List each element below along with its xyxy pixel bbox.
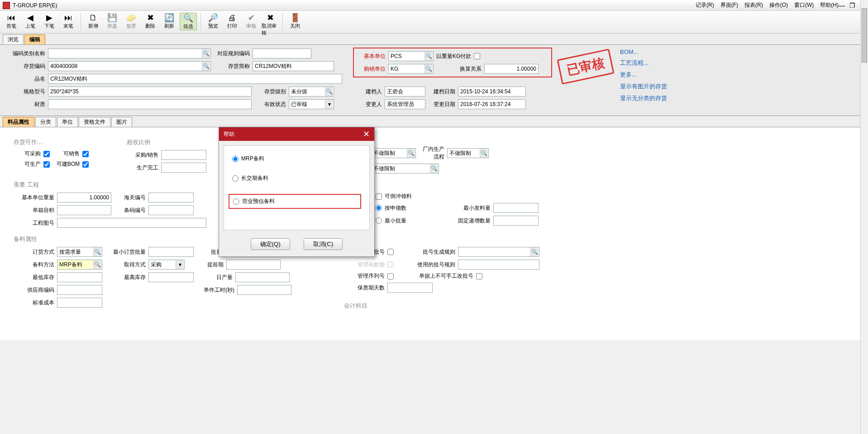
menu-view[interactable]: 界面(F): [720, 1, 738, 9]
dropdown-icon[interactable]: 🔍: [530, 247, 539, 256]
fixedinc-input[interactable]: [493, 216, 539, 226]
nohandchange-check[interactable]: [476, 273, 482, 280]
dropdown-icon[interactable]: ▾: [176, 260, 184, 269]
dropdown-icon[interactable]: 🔍: [424, 52, 433, 61]
menu-help[interactable]: 帮助(H): [820, 1, 839, 9]
minstock-input[interactable]: [57, 272, 102, 282]
barcode-input[interactable]: [148, 205, 194, 215]
unitsec-input[interactable]: [237, 285, 291, 295]
factoryflow-combo[interactable]: 不做限制🔍: [447, 148, 489, 158]
link-process[interactable]: 工艺流程...: [620, 59, 667, 67]
subtab-qualfile[interactable]: 资格文件: [79, 117, 110, 127]
tab-browse[interactable]: 浏览: [3, 34, 24, 44]
spec-input[interactable]: [48, 87, 252, 96]
saleunit-combo[interactable]: KG🔍: [388, 64, 434, 74]
maxstock-input[interactable]: [148, 272, 194, 282]
tab-edit[interactable]: 编辑: [24, 34, 45, 44]
dropdown-icon[interactable]: ▾: [325, 100, 333, 109]
tool-prev[interactable]: ◀上笔: [22, 13, 39, 29]
scrollbar-thumb[interactable]: [862, 8, 867, 63]
category-combo[interactable]: 🔍: [48, 48, 211, 58]
rulecode-input[interactable]: [253, 48, 311, 58]
boxcap-input[interactable]: [57, 205, 111, 215]
tool-preview[interactable]: 🔎预览: [205, 13, 222, 29]
tool-approve[interactable]: ✔审核: [243, 13, 260, 29]
tool-refresh[interactable]: 🔄刷新: [161, 13, 178, 29]
limit1-combo[interactable]: 不做限制🔍: [371, 148, 416, 158]
grade-combo[interactable]: 未分级🔍: [289, 87, 334, 96]
link-no-category[interactable]: 显示无分类的存货: [620, 94, 667, 102]
baseunit-combo[interactable]: PCS🔍: [388, 51, 434, 61]
buysell-input[interactable]: [161, 150, 206, 160]
menu-record[interactable]: 记录(R): [696, 1, 714, 9]
baseweight-input[interactable]: [57, 193, 111, 203]
sellable-check[interactable]: [82, 151, 89, 157]
leadtime-input[interactable]: [226, 260, 281, 270]
opt-longlead-radio[interactable]: [232, 175, 238, 182]
tool-save[interactable]: 💾存盘: [104, 13, 121, 29]
dayprod-input[interactable]: [235, 272, 290, 282]
modal-close-icon[interactable]: ✕: [363, 129, 370, 139]
menu-report[interactable]: 报表(R): [744, 1, 763, 9]
link-bom[interactable]: BOM...: [620, 48, 667, 55]
menu-window[interactable]: 窗口(W): [794, 1, 814, 9]
dropdown-icon[interactable]: 🔍: [202, 49, 210, 58]
subtab-attr[interactable]: 料品属性: [3, 117, 34, 127]
link-more[interactable]: 更多...: [620, 71, 667, 79]
ratio-input[interactable]: [484, 64, 539, 74]
subtab-unit[interactable]: 单位: [57, 117, 78, 127]
menu-action[interactable]: 操作(O): [769, 1, 788, 9]
tool-new[interactable]: 🗋新增: [85, 13, 102, 29]
modal-cancel-button[interactable]: 取消(C): [304, 238, 343, 250]
batchrule-combo[interactable]: 🔍: [458, 247, 539, 257]
managebatch-check[interactable]: [387, 249, 394, 255]
suppcode-input[interactable]: [57, 285, 102, 295]
dropdown-icon[interactable]: 🔍: [430, 164, 438, 173]
stdcost-input[interactable]: [57, 298, 102, 308]
tool-first[interactable]: ⏮首笔: [3, 13, 20, 29]
minimize-icon[interactable]: —: [839, 2, 845, 9]
maximize-icon[interactable]: ❐: [849, 2, 855, 9]
producible-check[interactable]: [43, 161, 50, 168]
material-input[interactable]: [48, 99, 252, 109]
status-combo[interactable]: 已审核▾: [289, 99, 334, 109]
dropdown-icon[interactable]: 🔍: [480, 149, 488, 158]
minissue-input[interactable]: [493, 203, 539, 213]
tool-unapprove[interactable]: ✖取消审核: [262, 13, 279, 36]
dropdown-icon[interactable]: 🔍: [93, 247, 101, 256]
usedrule-input[interactable]: [458, 260, 539, 270]
stockshort-input[interactable]: [253, 61, 334, 71]
tool-last[interactable]: ⏭末笔: [60, 13, 77, 29]
modal-ok-button[interactable]: 确定(Q): [251, 238, 290, 250]
tool-print[interactable]: 🖨打印: [224, 13, 241, 29]
stockcode-combo[interactable]: 400400008🔍: [48, 61, 211, 71]
dropdown-icon[interactable]: 🔍: [93, 260, 101, 269]
prepmethod-combo[interactable]: MRP备料🔍: [57, 260, 102, 270]
tool-close[interactable]: 🚪关闭: [286, 13, 304, 29]
tool-abandon[interactable]: 🧽放弃: [123, 13, 140, 29]
customs-input[interactable]: [148, 193, 194, 203]
prodfin-input[interactable]: [161, 163, 206, 173]
tool-next[interactable]: ▶下笔: [41, 13, 58, 29]
dropdown-icon[interactable]: 🔍: [407, 149, 415, 158]
name-input[interactable]: [48, 74, 342, 84]
payweight-check[interactable]: [474, 53, 480, 59]
purchasable-check[interactable]: [43, 151, 50, 157]
shelfdays-input[interactable]: [387, 283, 433, 293]
canreverse-check[interactable]: [376, 193, 382, 200]
manageserial-check[interactable]: [387, 273, 394, 280]
obtain-combo[interactable]: 采购▾: [148, 260, 185, 270]
drawno-input[interactable]: [57, 218, 206, 228]
ordermode-combo[interactable]: 按需求量🔍: [57, 247, 102, 257]
subtab-image[interactable]: 图片: [111, 117, 132, 127]
tool-filter[interactable]: 🔍筛选: [180, 13, 197, 30]
tool-delete[interactable]: ✖删除: [142, 13, 159, 29]
limit2-combo[interactable]: 不做限制🔍: [371, 164, 439, 174]
byreq-radio[interactable]: [376, 205, 382, 211]
buildbom-check[interactable]: [82, 161, 89, 168]
link-with-image[interactable]: 显示有图片的存货: [620, 82, 667, 91]
vertical-scrollbar[interactable]: [860, 0, 868, 340]
dropdown-icon[interactable]: 🔍: [424, 64, 433, 73]
subtab-category[interactable]: 分类: [35, 117, 56, 127]
opt-forecast-radio[interactable]: [233, 198, 239, 205]
